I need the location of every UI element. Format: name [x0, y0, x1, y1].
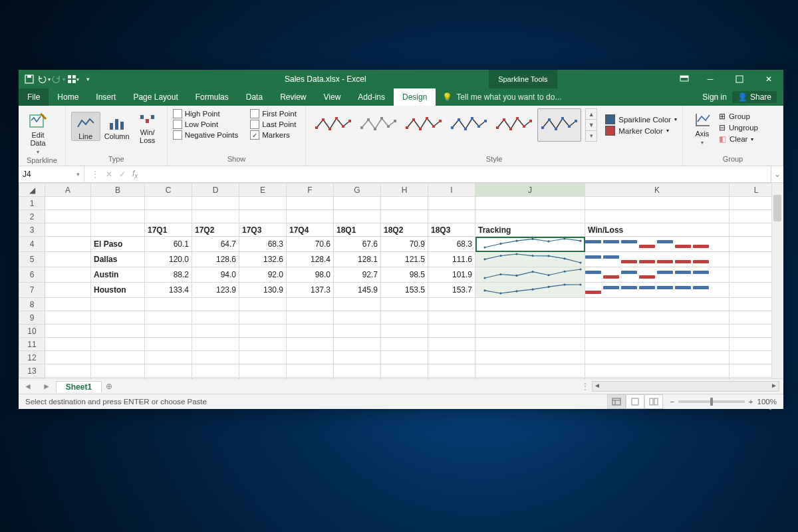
cell-C12[interactable] — [145, 351, 192, 364]
cell-I12[interactable] — [428, 351, 475, 364]
cell-G7[interactable]: 145.9 — [334, 283, 381, 298]
qat-more-icon[interactable]: ▾ — [82, 74, 93, 84]
row-header-2[interactable]: 2 — [19, 210, 45, 223]
check-negative-points[interactable]: Negative Points — [173, 130, 239, 140]
edit-data-button[interactable]: Edit Data ▾ — [24, 108, 52, 156]
tab-page-layout[interactable]: Page Layout — [124, 88, 186, 106]
cell-H5[interactable]: 121.5 — [381, 252, 428, 267]
worksheet-grid[interactable]: ◢ABCDEFGHIJKLM12317Q117Q217Q317Q418Q118Q… — [19, 183, 783, 378]
check-first-point[interactable]: First Point — [250, 108, 297, 119]
cell-E13[interactable] — [239, 364, 287, 378]
qat-custom-icon[interactable]: ▾ — [68, 74, 78, 84]
cell-J13[interactable] — [475, 364, 585, 378]
tab-insert[interactable]: Insert — [87, 88, 124, 106]
cell-F13[interactable] — [287, 364, 334, 378]
cell-K5[interactable] — [585, 252, 730, 267]
cell-H10[interactable] — [381, 325, 428, 338]
cell-D14[interactable] — [192, 378, 239, 379]
cell-C11[interactable] — [145, 338, 192, 351]
cell-G3[interactable]: 18Q1 — [334, 223, 381, 237]
axis-button[interactable]: Axis▾ — [688, 108, 716, 147]
cell-E4[interactable]: 68.3 — [239, 237, 287, 252]
tab-formulas[interactable]: Formulas — [187, 88, 237, 106]
share-button[interactable]: 👤Share — [732, 91, 777, 103]
cell-I7[interactable]: 153.7 — [428, 283, 475, 298]
cell-G8[interactable] — [334, 298, 381, 311]
cell-J1[interactable] — [475, 197, 585, 210]
cell-B11[interactable] — [91, 338, 145, 351]
cell-B7[interactable]: Houston — [91, 283, 145, 298]
style-thumb-0[interactable] — [311, 108, 355, 142]
cell-F3[interactable]: 17Q4 — [287, 223, 334, 237]
row-header-10[interactable]: 10 — [19, 325, 45, 338]
cell-D10[interactable] — [192, 325, 239, 338]
cell-C2[interactable] — [145, 210, 192, 223]
col-header-D[interactable]: D — [192, 184, 239, 197]
cell-I3[interactable]: 18Q3 — [428, 223, 475, 237]
cell-G12[interactable] — [334, 351, 381, 364]
row-header-6[interactable]: 6 — [19, 267, 45, 283]
cell-K13[interactable] — [585, 364, 730, 378]
cell-C10[interactable] — [145, 325, 192, 338]
cell-I6[interactable]: 101.9 — [428, 267, 475, 283]
cell-B4[interactable]: El Paso — [91, 237, 145, 252]
select-all-corner[interactable]: ◢ — [19, 184, 45, 197]
cell-G9[interactable] — [334, 311, 381, 325]
cell-H2[interactable] — [381, 210, 428, 223]
style-thumb-4[interactable] — [492, 108, 536, 142]
cell-I5[interactable]: 111.6 — [428, 252, 475, 267]
cell-E12[interactable] — [239, 351, 287, 364]
cell-I2[interactable] — [428, 210, 475, 223]
cell-G11[interactable] — [334, 338, 381, 351]
cell-I1[interactable] — [428, 197, 475, 210]
cell-J9[interactable] — [475, 311, 585, 325]
col-header-K[interactable]: K — [585, 184, 730, 197]
cell-F12[interactable] — [287, 351, 334, 364]
cell-D3[interactable]: 17Q2 — [192, 223, 239, 237]
cell-A9[interactable] — [45, 311, 91, 325]
cell-B3[interactable] — [91, 223, 145, 237]
cell-G2[interactable] — [334, 210, 381, 223]
cell-C9[interactable] — [145, 311, 192, 325]
cell-D13[interactable] — [192, 364, 239, 378]
cell-J2[interactable] — [475, 210, 585, 223]
tab-data[interactable]: Data — [237, 88, 271, 106]
sheet-nav-prev[interactable]: ◄ — [19, 382, 37, 391]
cell-G6[interactable]: 92.7 — [334, 267, 381, 283]
gallery-more-button[interactable]: ▾ — [586, 131, 597, 141]
type-column-button[interactable]: Column — [103, 112, 131, 140]
tab-review[interactable]: Review — [271, 88, 315, 106]
save-icon[interactable] — [24, 74, 35, 84]
cell-A2[interactable] — [45, 210, 91, 223]
cell-H14[interactable] — [381, 378, 428, 379]
cell-B10[interactable] — [91, 325, 145, 338]
cell-B14[interactable] — [91, 378, 145, 379]
cell-I13[interactable] — [428, 364, 475, 378]
view-page-break-button[interactable] — [644, 394, 663, 409]
cell-E8[interactable] — [239, 298, 287, 311]
cell-F6[interactable]: 98.0 — [287, 267, 334, 283]
cell-A3[interactable] — [45, 223, 91, 237]
cell-H9[interactable] — [381, 311, 428, 325]
ungroup-button[interactable]: ⊟Ungroup — [719, 122, 758, 133]
style-thumb-2[interactable] — [402, 108, 446, 142]
cell-A5[interactable] — [45, 252, 91, 267]
cell-F8[interactable] — [287, 298, 334, 311]
cell-I9[interactable] — [428, 311, 475, 325]
cell-F1[interactable] — [287, 197, 334, 210]
cell-C14[interactable] — [145, 378, 192, 379]
row-header-13[interactable]: 13 — [19, 364, 45, 378]
tab-home[interactable]: Home — [49, 88, 87, 106]
sparkline-color-button[interactable]: Sparkline Color▾ — [605, 114, 677, 125]
cell-A4[interactable] — [45, 237, 91, 252]
name-box[interactable]: J4▾ — [19, 166, 84, 182]
ribbon-display-icon[interactable] — [680, 74, 689, 84]
cell-G5[interactable]: 128.1 — [334, 252, 381, 267]
type-line-button[interactable]: Line — [71, 112, 100, 141]
cell-A1[interactable] — [45, 197, 91, 210]
zoom-in-button[interactable]: + — [749, 398, 753, 406]
cell-J7[interactable] — [475, 283, 585, 298]
cell-E5[interactable]: 132.6 — [239, 252, 287, 267]
cell-A13[interactable] — [45, 364, 91, 378]
cell-H7[interactable]: 153.5 — [381, 283, 428, 298]
